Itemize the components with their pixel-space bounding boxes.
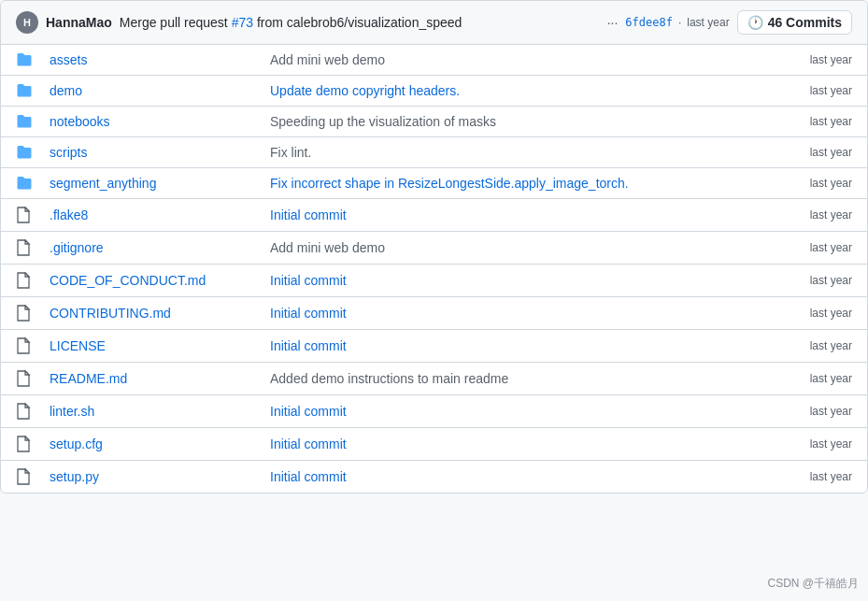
commit-header-time: last year bbox=[687, 16, 729, 29]
file-time: last year bbox=[777, 307, 852, 320]
table-row: CONTRIBUTING.mdInitial commitlast year bbox=[1, 297, 867, 330]
file-icon bbox=[16, 337, 50, 354]
file-commit-message[interactable]: Initial commit bbox=[255, 273, 777, 288]
file-icon bbox=[16, 370, 50, 387]
file-commit-message: Add mini web demo bbox=[255, 52, 777, 67]
table-row: setup.pyInitial commitlast year bbox=[1, 461, 867, 493]
file-time: last year bbox=[777, 208, 852, 222]
folder-svg bbox=[16, 83, 33, 98]
commit-message: Merge pull request #73 from calebrob6/vi… bbox=[120, 15, 600, 30]
table-row: .gitignoreAdd mini web demolast year bbox=[1, 232, 867, 265]
commit-message-suffix: from calebrob6/visualization_speed bbox=[253, 15, 462, 30]
file-name[interactable]: README.md bbox=[50, 371, 255, 386]
table-row: README.mdAdded demo instructions to main… bbox=[1, 363, 867, 395]
file-time: last year bbox=[777, 372, 852, 385]
table-row: CODE_OF_CONDUCT.mdInitial commitlast yea… bbox=[1, 265, 867, 297]
file-name[interactable]: linter.sh bbox=[50, 404, 255, 419]
file-commit-message[interactable]: Initial commit bbox=[255, 404, 777, 419]
file-time: last year bbox=[777, 470, 852, 483]
folder-icon bbox=[16, 114, 50, 129]
file-icon bbox=[16, 468, 50, 485]
file-svg bbox=[16, 468, 31, 485]
file-commit-message: Fix lint. bbox=[255, 145, 777, 160]
commits-button[interactable]: 🕐 46 Commits bbox=[737, 10, 852, 35]
commit-hash[interactable]: 6fdee8f bbox=[625, 16, 673, 29]
folder-icon bbox=[16, 83, 50, 98]
file-icon bbox=[16, 272, 50, 289]
file-icon bbox=[16, 403, 50, 420]
file-list: assetsAdd mini web demolast year demoUpd… bbox=[1, 45, 867, 493]
file-name[interactable]: .gitignore bbox=[50, 240, 255, 255]
repo-header: H HannaMao Merge pull request #73 from c… bbox=[1, 1, 867, 45]
commit-time-sep: · bbox=[678, 16, 681, 29]
file-svg bbox=[16, 272, 31, 289]
file-svg bbox=[16, 207, 31, 223]
avatar: H bbox=[16, 11, 38, 34]
file-time: last year bbox=[777, 115, 852, 128]
folder-name[interactable]: assets bbox=[50, 52, 255, 67]
file-commit-message[interactable]: Initial commit bbox=[255, 306, 777, 321]
folder-name[interactable]: notebooks bbox=[50, 114, 255, 129]
table-row: scriptsFix lint.last year bbox=[1, 137, 867, 168]
file-commit-message[interactable]: Initial commit bbox=[255, 469, 777, 484]
file-svg bbox=[16, 436, 31, 452]
file-time: last year bbox=[777, 177, 852, 190]
file-commit-message: Added demo instructions to main readme bbox=[255, 371, 777, 386]
file-commit-message: Add mini web demo bbox=[255, 240, 777, 255]
file-svg bbox=[16, 305, 31, 322]
file-time: last year bbox=[777, 437, 852, 451]
commit-author[interactable]: HannaMao bbox=[46, 15, 112, 30]
folder-name[interactable]: scripts bbox=[50, 145, 255, 160]
file-name[interactable]: CODE_OF_CONDUCT.md bbox=[50, 273, 255, 288]
file-time: last year bbox=[777, 84, 852, 97]
file-name[interactable]: setup.py bbox=[50, 469, 255, 484]
commit-dots[interactable]: ··· bbox=[607, 15, 619, 30]
folder-svg bbox=[16, 52, 33, 67]
file-commit-message[interactable]: Initial commit bbox=[255, 207, 777, 222]
commits-count-label: 46 Commits bbox=[768, 15, 842, 30]
file-time: last year bbox=[777, 53, 852, 66]
folder-svg bbox=[16, 176, 33, 191]
table-row: LICENSEInitial commitlast year bbox=[1, 330, 867, 363]
table-row: notebooksSpeeding up the visualization o… bbox=[1, 107, 867, 137]
file-time: last year bbox=[777, 274, 852, 287]
file-commit-message[interactable]: Fix incorrect shape in ResizeLongestSide… bbox=[255, 176, 777, 191]
file-time: last year bbox=[777, 405, 852, 418]
file-commit-message[interactable]: Initial commit bbox=[255, 338, 777, 353]
file-time: last year bbox=[777, 146, 852, 159]
folder-icon bbox=[16, 176, 50, 191]
file-icon bbox=[16, 305, 50, 322]
folder-name[interactable]: demo bbox=[50, 83, 255, 98]
folder-svg bbox=[16, 114, 33, 129]
clock-icon: 🕐 bbox=[747, 15, 763, 30]
file-svg bbox=[16, 337, 31, 354]
file-name[interactable]: .flake8 bbox=[50, 207, 255, 222]
table-row: .flake8Initial commitlast year bbox=[1, 199, 867, 232]
file-commit-message[interactable]: Initial commit bbox=[255, 436, 777, 451]
file-time: last year bbox=[777, 339, 852, 352]
table-row: segment_anythingFix incorrect shape in R… bbox=[1, 168, 867, 199]
folder-icon bbox=[16, 52, 50, 67]
file-name[interactable]: CONTRIBUTING.md bbox=[50, 306, 255, 321]
folder-svg bbox=[16, 145, 33, 160]
table-row: linter.shInitial commitlast year bbox=[1, 395, 867, 428]
repo-file-browser: H HannaMao Merge pull request #73 from c… bbox=[0, 0, 868, 494]
file-icon bbox=[16, 207, 50, 223]
file-commit-message[interactable]: Update demo copyright headers. bbox=[255, 83, 777, 98]
commit-message-prefix: Merge pull request bbox=[120, 15, 232, 30]
folder-name[interactable]: segment_anything bbox=[50, 176, 255, 191]
file-name[interactable]: LICENSE bbox=[50, 338, 255, 353]
file-name[interactable]: setup.cfg bbox=[50, 436, 255, 451]
commit-hash-area: 6fdee8f · last year bbox=[625, 16, 729, 29]
file-time: last year bbox=[777, 241, 852, 254]
file-svg bbox=[16, 403, 31, 420]
table-row: assetsAdd mini web demolast year bbox=[1, 45, 867, 76]
file-commit-message: Speeding up the visualization of masks bbox=[255, 114, 777, 129]
file-icon bbox=[16, 239, 50, 256]
file-svg bbox=[16, 239, 31, 256]
table-row: demoUpdate demo copyright headers.last y… bbox=[1, 76, 867, 107]
file-svg bbox=[16, 370, 31, 387]
commit-pr-link[interactable]: #73 bbox=[232, 15, 253, 30]
table-row: setup.cfgInitial commitlast year bbox=[1, 428, 867, 461]
folder-icon bbox=[16, 145, 50, 160]
